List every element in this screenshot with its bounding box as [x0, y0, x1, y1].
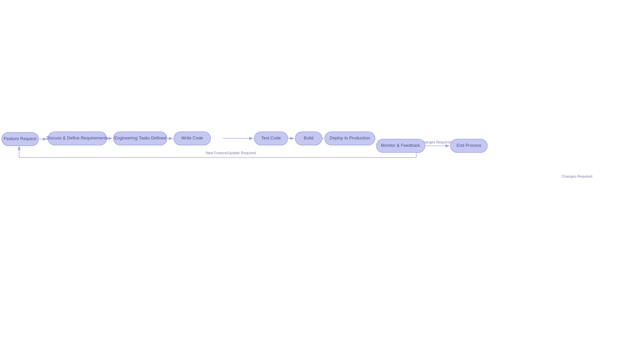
node-write-code-label: Write Code: [181, 135, 203, 140]
node-discuss-define-label: Discuss & Define Requirements: [46, 135, 108, 140]
node-end-process-label: End Process: [457, 143, 481, 148]
changes-required-label: Changes Required: [561, 174, 592, 178]
new-feature-label: New Feature/Update Required: [206, 151, 256, 155]
node-deploy-production-label: Deploy to Production: [330, 135, 370, 140]
node-feature-request-label: Feature Request: [4, 136, 37, 141]
node-monitor-feedback-label: Monitor & Feedback: [381, 143, 420, 148]
node-test-code-label: Test Code: [261, 135, 281, 140]
node-engineering-tasks-label: Engineering Tasks Defined: [114, 135, 166, 140]
diagram-container: No Changes Required Changes Required New…: [0, 0, 644, 362]
node-build-label: Build: [304, 135, 314, 140]
